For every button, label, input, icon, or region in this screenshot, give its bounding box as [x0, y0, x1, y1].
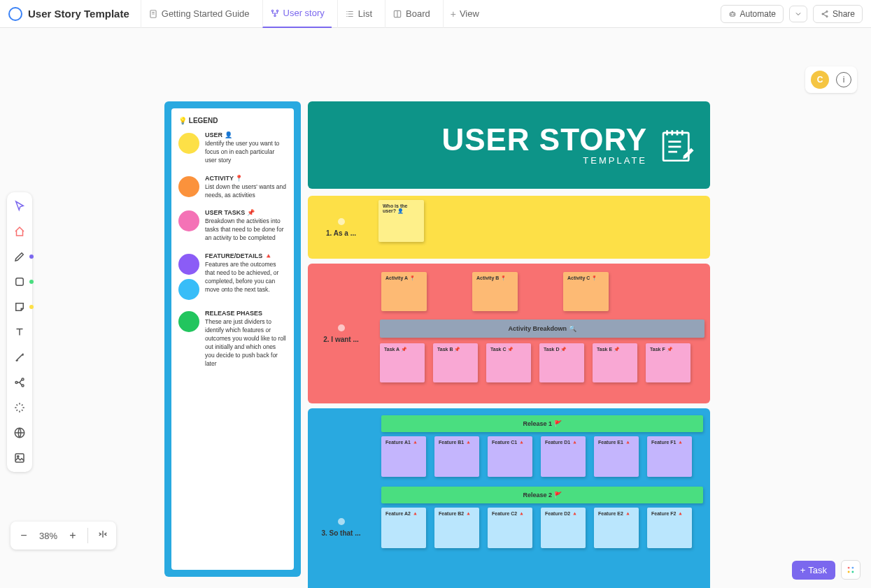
tab-getting-started[interactable]: Getting Started Guide	[141, 0, 257, 28]
doc-icon	[148, 9, 158, 19]
svg-point-13	[22, 378, 24, 380]
feature-sticky[interactable]: Feature E2 🔺	[594, 508, 639, 548]
task-label: Task	[808, 565, 827, 575]
feature-sticky[interactable]: Feature B2 🔺	[434, 508, 479, 548]
board-icon	[392, 9, 402, 19]
legend-item-release: RELEASE PHASESThese are just dividers to…	[178, 310, 287, 368]
feature-sticky[interactable]: Feature A1 🔺	[381, 436, 426, 477]
bubble-icon	[338, 518, 345, 525]
legend-panel[interactable]: 💡 LEGEND USER 👤Identify the user you wan…	[164, 101, 301, 577]
banner-title: USER STORY	[441, 124, 647, 155]
user-sticky[interactable]: Who is the user? 👤	[378, 200, 424, 242]
svg-point-17	[17, 456, 19, 457]
share-icon	[821, 10, 829, 18]
section-i-want[interactable]: 2. I want ... Activity A 📍 Activity B 📍 …	[308, 264, 710, 403]
banner-subtitle: TEMPLATE	[441, 155, 647, 166]
task-sticky[interactable]: Task E 📌	[593, 343, 637, 382]
automate-label: Automate	[740, 9, 776, 19]
bottom-right-actions: +Task	[792, 560, 861, 580]
automate-button[interactable]: Automate	[721, 5, 784, 23]
home-tool[interactable]	[11, 223, 28, 240]
apps-button[interactable]	[841, 560, 861, 580]
svg-point-14	[22, 385, 24, 387]
feature-sticky[interactable]: Feature C2 🔺	[488, 508, 532, 548]
svg-point-2	[276, 10, 278, 11]
tab-label: List	[358, 8, 372, 19]
svg-point-10	[826, 15, 828, 17]
tab-add-view[interactable]: + View	[443, 0, 486, 28]
tab-user-story[interactable]: User story	[262, 0, 332, 28]
section-as-a[interactable]: 1. As a ... Who is the user? 👤	[308, 196, 710, 259]
legend-item-feature: FEATURE/DETAILS 🔺Features are the outcom…	[178, 252, 287, 300]
cursor-tool[interactable]	[11, 198, 28, 215]
task-sticky[interactable]: Task A 📌	[380, 343, 425, 382]
task-sticky[interactable]: Task D 📌	[539, 343, 584, 382]
task-sticky[interactable]: Task C 📌	[486, 343, 531, 382]
section-so-that[interactable]: 3. So that ... Release 1 🚩 Feature A1 🔺 …	[308, 408, 710, 588]
text-tool[interactable]	[11, 324, 28, 340]
list-icon	[345, 9, 355, 19]
sticky-tool[interactable]	[11, 299, 28, 315]
svg-point-1	[271, 10, 273, 11]
tab-label: User story	[283, 8, 325, 18]
robot-icon	[728, 10, 737, 18]
feature-sticky[interactable]: Feature D1 🔺	[541, 436, 586, 477]
feature-sticky[interactable]: Feature E1 🔺	[594, 436, 639, 477]
zoom-out-button[interactable]: −	[13, 526, 34, 545]
mindmap-tool[interactable]	[11, 374, 28, 391]
info-icon[interactable]: i	[836, 72, 851, 87]
new-task-button[interactable]: +Task	[792, 561, 835, 580]
legend-title: 💡 LEGEND	[178, 117, 287, 124]
feature-sticky[interactable]: Feature B1 🔺	[434, 436, 479, 477]
ai-tool[interactable]	[11, 399, 28, 416]
svg-point-20	[848, 571, 850, 573]
app-logo-icon[interactable]	[8, 7, 22, 21]
section-label-text: 2. I want ...	[323, 336, 359, 343]
image-tool[interactable]	[11, 450, 28, 466]
svg-rect-11	[16, 278, 24, 286]
connector-tool[interactable]	[11, 349, 28, 366]
whiteboard-canvas[interactable]: C i − 38% + +Task 💡 LEGEND	[0, 28, 871, 588]
feature-sticky[interactable]: Feature F1 🔺	[647, 436, 692, 477]
notepad-icon	[657, 125, 697, 166]
feature-sticky[interactable]: Feature F2 🔺	[647, 508, 692, 548]
tab-label: Board	[406, 8, 430, 19]
share-button[interactable]: Share	[813, 5, 863, 23]
presence-panel: C i	[805, 66, 857, 93]
tab-board[interactable]: Board	[385, 0, 437, 28]
fit-screen-button[interactable]	[92, 526, 113, 545]
zoom-level[interactable]: 38%	[36, 531, 61, 541]
shape-tool[interactable]	[11, 273, 28, 290]
task-sticky[interactable]: Task F 📌	[646, 343, 691, 382]
automate-dropdown[interactable]	[789, 6, 807, 22]
hierarchy-icon	[270, 8, 280, 18]
section-label-text: 3. So that ...	[321, 529, 360, 537]
title-banner[interactable]: USER STORY TEMPLATE	[308, 101, 710, 189]
apps-icon	[846, 565, 856, 575]
zoom-in-button[interactable]: +	[62, 526, 83, 545]
top-bar: User Story Template Getting Started Guid…	[0, 0, 871, 28]
tab-list[interactable]: List	[337, 0, 379, 28]
avatar[interactable]: C	[811, 71, 829, 89]
web-tool[interactable]	[11, 424, 28, 441]
tab-label: Getting Started Guide	[162, 8, 250, 19]
legend-item-activity: ACTIVITY 📍List down the users' wants and…	[178, 175, 287, 200]
svg-point-6	[731, 14, 732, 15]
svg-point-8	[826, 10, 828, 12]
task-sticky[interactable]: Task B 📌	[433, 343, 478, 382]
share-label: Share	[833, 9, 855, 19]
feature-sticky[interactable]: Feature A2 🔺	[381, 508, 426, 548]
pen-tool[interactable]	[11, 248, 28, 265]
feature-sticky[interactable]: Feature C1 🔺	[488, 436, 532, 477]
toolbox	[7, 192, 32, 472]
activity-sticky[interactable]: Activity A 📍	[381, 272, 427, 311]
activity-sticky[interactable]: Activity C 📍	[563, 272, 609, 311]
svg-point-19	[851, 567, 854, 569]
activity-sticky[interactable]: Activity B 📍	[472, 272, 518, 311]
release-bar[interactable]: Release 2 🚩	[381, 487, 703, 503]
svg-rect-16	[15, 454, 24, 462]
release-bar[interactable]: Release 1 🚩	[381, 415, 703, 432]
feature-sticky[interactable]: Feature D2 🔺	[541, 508, 586, 548]
svg-point-18	[848, 567, 850, 569]
breakdown-bar[interactable]: Activity Breakdown 🔍	[380, 320, 704, 338]
